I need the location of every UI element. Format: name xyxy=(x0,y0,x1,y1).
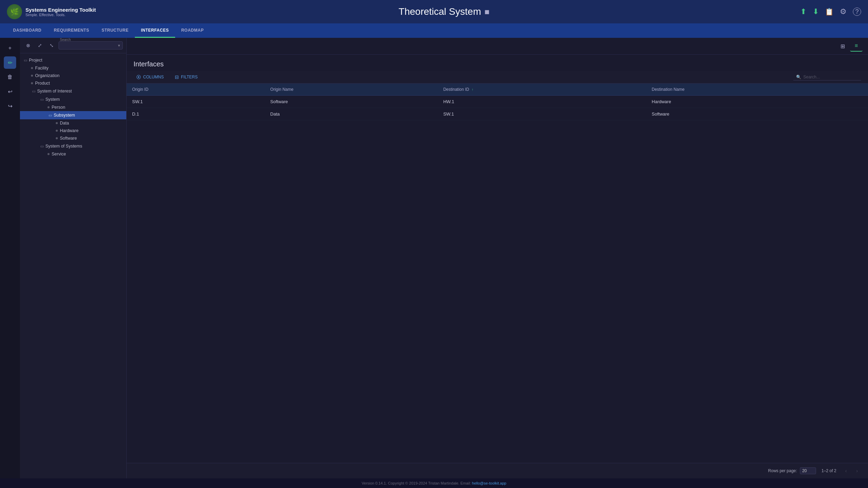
tab-roadmap[interactable]: ROADMAP xyxy=(175,23,210,38)
filters-label: FILTERS xyxy=(181,75,197,79)
tab-requirements[interactable]: REQUIREMENTS xyxy=(48,23,96,38)
expander-subsystem[interactable]: ▭ xyxy=(47,112,53,118)
tree-item-person[interactable]: Person xyxy=(20,104,126,111)
tree-search-input[interactable] xyxy=(58,41,123,50)
clipboard-icon[interactable]: 📋 xyxy=(825,8,834,16)
upload-icon[interactable]: ⬆ xyxy=(800,7,806,16)
table-row[interactable]: SW.1 Software HW.1 Hardware xyxy=(127,96,868,108)
tree-item-label: Software xyxy=(60,136,124,141)
expander-soi[interactable]: ▭ xyxy=(31,88,36,94)
table-footer: Rows per page: 20 50 100 1–2 of 2 ‹ › xyxy=(127,463,868,478)
tree-item-service[interactable]: Service xyxy=(20,150,126,158)
tree-search-box: Search ▼ xyxy=(58,41,123,50)
table-header-row: Origin ID Origin Name Destination ID ↑ D… xyxy=(127,84,868,96)
sort-icon: ↑ xyxy=(472,88,473,91)
col-destination-name[interactable]: Destination Name xyxy=(646,84,868,96)
cell-destination-name: Hardware xyxy=(646,96,868,108)
prev-page-btn[interactable]: ‹ xyxy=(842,467,850,475)
search-arrow-icon[interactable]: ▼ xyxy=(117,44,121,47)
footer-email-link[interactable]: hello@se-toolkit.app xyxy=(472,481,506,485)
sidebar-icons: + ✏ 🗑 ↩ ↪ xyxy=(0,38,20,478)
tree-item-dot xyxy=(47,106,50,108)
view-switcher: ⊞ ≡ xyxy=(127,38,868,55)
tree-item-facility[interactable]: Facility xyxy=(20,64,126,72)
settings-icon[interactable]: ⚙ xyxy=(840,7,847,16)
filters-icon: ⊟ xyxy=(175,74,179,80)
tab-dashboard[interactable]: DASHBOARD xyxy=(7,23,48,38)
tree-item-project[interactable]: ▭ Project xyxy=(20,56,126,64)
table-search-input[interactable] xyxy=(803,75,858,79)
cell-origin-id: SW.1 xyxy=(127,96,265,108)
edit-button[interactable]: ✏ xyxy=(4,56,16,69)
interfaces-table: Origin ID Origin Name Destination ID ↑ D… xyxy=(127,84,868,120)
col-destination-id[interactable]: Destination ID ↑ xyxy=(438,84,646,96)
logo-area: 🌿 Systems Engineering Toolkit Simple. Ef… xyxy=(7,4,96,19)
add-button[interactable]: + xyxy=(4,42,16,54)
expander-system[interactable]: ▭ xyxy=(39,97,45,102)
cell-origin-id: D.1 xyxy=(127,108,265,120)
app-footer: Version 0.14.1. Copyright © 2019-2024 Tr… xyxy=(0,478,868,488)
columns-button[interactable]: ⦿ COLUMNS xyxy=(133,73,167,81)
tree-item-software[interactable]: Software xyxy=(20,134,126,142)
footer-text: Version 0.14.1. Copyright © 2019-2024 Tr… xyxy=(362,481,472,485)
tree-item-label: Organization xyxy=(35,73,124,78)
rows-per-page: Rows per page: 20 50 100 xyxy=(768,467,816,474)
app-logo: 🌿 xyxy=(7,4,22,19)
tree-close-btn[interactable]: ⊗ xyxy=(23,41,33,50)
tree-item-label: System xyxy=(45,97,124,102)
rows-per-page-select[interactable]: 20 50 100 xyxy=(800,467,816,474)
tab-interfaces[interactable]: INTERFACES xyxy=(135,23,175,38)
top-header: 🌿 Systems Engineering Toolkit Simple. Ef… xyxy=(0,0,868,23)
interfaces-toolbar: ⦿ COLUMNS ⊟ FILTERS 🔍 xyxy=(127,71,868,84)
tree-collapse-btn[interactable]: ⤡ xyxy=(47,41,56,50)
page-nav: ‹ › xyxy=(842,467,861,475)
tree-expand-btn[interactable]: ⤢ xyxy=(35,41,45,50)
logo-text: Systems Engineering Toolkit Simple. Effe… xyxy=(25,7,96,17)
tree-item-label: Product xyxy=(35,81,124,86)
tree-item-label: Data xyxy=(60,121,124,126)
tree-item-hardware[interactable]: Hardware xyxy=(20,127,126,134)
cell-destination-id: SW.1 xyxy=(438,108,646,120)
tree-item-dot xyxy=(31,82,33,84)
help-icon[interactable]: ? xyxy=(853,8,861,16)
tree-item-system-of-systems[interactable]: ▭ System of Systems xyxy=(20,142,126,150)
tree-item-label: Project xyxy=(29,58,124,63)
tree-item-data[interactable]: Data xyxy=(20,119,126,127)
tree-item-system[interactable]: ▭ System xyxy=(20,95,126,104)
app-name: Systems Engineering Toolkit xyxy=(25,7,96,13)
redo-button[interactable]: ↪ xyxy=(4,100,16,112)
delete-button[interactable]: 🗑 xyxy=(4,71,16,83)
rows-per-page-label: Rows per page: xyxy=(768,468,797,473)
tree-item-dot xyxy=(31,75,33,77)
col-origin-name[interactable]: Origin Name xyxy=(265,84,438,96)
undo-button[interactable]: ↩ xyxy=(4,85,16,98)
list-view-btn[interactable]: ≡ xyxy=(850,41,862,52)
save-icon[interactable]: ◼ xyxy=(484,8,490,15)
tab-structure[interactable]: STRUCTURE xyxy=(95,23,135,38)
table-search: 🔍 xyxy=(793,74,861,80)
expander-project[interactable]: ▭ xyxy=(23,57,28,63)
table-row[interactable]: D.1 Data SW.1 Software xyxy=(127,108,868,120)
tree-item-system-of-interest[interactable]: ▭ System of Interest xyxy=(20,87,126,95)
grid-view-btn[interactable]: ⊞ xyxy=(836,41,849,52)
content-panel: ⊞ ≡ Interfaces ⦿ COLUMNS ⊟ FILTERS 🔍 xyxy=(127,38,868,478)
tree-panel: ⊗ ⤢ ⤡ Search ▼ ▭ Project Facility xyxy=(20,38,127,478)
next-page-btn[interactable]: › xyxy=(853,467,861,475)
tree-item-organization[interactable]: Organization xyxy=(20,72,126,79)
cell-destination-id: HW.1 xyxy=(438,96,646,108)
col-origin-id[interactable]: Origin ID xyxy=(127,84,265,96)
tree-item-subsystem[interactable]: ▭ Subsystem xyxy=(20,111,126,119)
tree-item-label: System of Interest xyxy=(37,89,124,94)
tree-item-dot xyxy=(31,67,33,69)
project-title: Theoretical System xyxy=(399,6,481,17)
tree-item-dot xyxy=(47,153,50,155)
expander-sos[interactable]: ▭ xyxy=(39,143,45,149)
header-title-area: Theoretical System ◼ xyxy=(96,6,792,17)
download-icon[interactable]: ⬇ xyxy=(813,7,819,16)
tree-item-product[interactable]: Product xyxy=(20,79,126,87)
tree-item-dot xyxy=(56,122,58,124)
columns-label: COLUMNS xyxy=(143,75,164,79)
tree-item-dot xyxy=(56,137,58,139)
columns-icon: ⦿ xyxy=(136,74,141,80)
filters-button[interactable]: ⊟ FILTERS xyxy=(172,73,200,81)
